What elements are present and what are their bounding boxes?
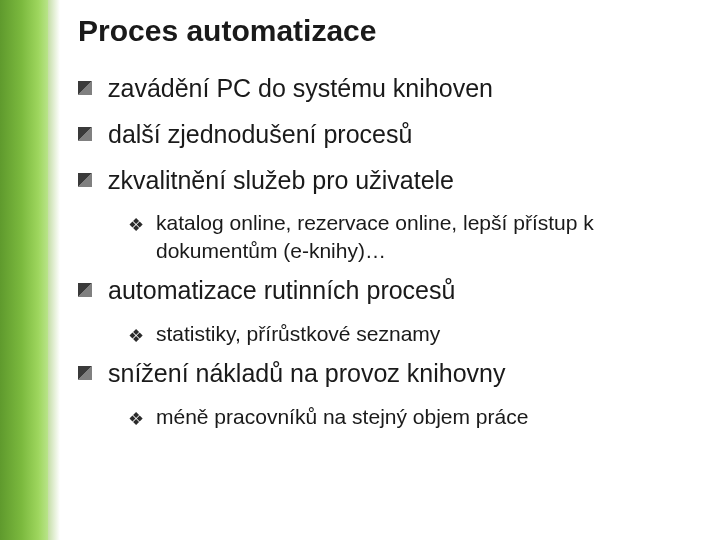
sub-list-item-text: katalog online, rezervace online, lepší … <box>156 209 704 264</box>
list-item: zavádění PC do systému knihoven <box>78 72 704 106</box>
slide-title: Proces automatizace <box>78 14 704 48</box>
sub-list-item: ❖ katalog online, rezervace online, lepš… <box>128 209 704 264</box>
sub-list-item: ❖ statistiky, přírůstkové seznamy <box>128 320 704 347</box>
list-item-text: zavádění PC do systému knihoven <box>108 72 493 106</box>
sub-list-item-text: statistiky, přírůstkové seznamy <box>156 320 440 347</box>
square-bullet-icon <box>78 173 92 187</box>
list-item: snížení nákladů na provoz knihovny <box>78 357 704 391</box>
square-bullet-icon <box>78 283 92 297</box>
sub-list-item: ❖ méně pracovníků na stejný objem práce <box>128 403 704 430</box>
diamond-bullet-icon: ❖ <box>128 323 144 345</box>
diamond-bullet-icon: ❖ <box>128 212 144 234</box>
square-bullet-icon <box>78 366 92 380</box>
list-item-text: automatizace rutinních procesů <box>108 274 455 308</box>
list-item: další zjednodušení procesů <box>78 118 704 152</box>
list-item-text: zkvalitnění služeb pro uživatele <box>108 164 454 198</box>
list-item: automatizace rutinních procesů <box>78 274 704 308</box>
square-bullet-icon <box>78 127 92 141</box>
sub-list-item-text: méně pracovníků na stejný objem práce <box>156 403 528 430</box>
slide-content: Proces automatizace zavádění PC do systé… <box>78 14 704 440</box>
list-item-text: snížení nákladů na provoz knihovny <box>108 357 505 391</box>
slide-sidebar-accent <box>0 0 48 540</box>
square-bullet-icon <box>78 81 92 95</box>
list-item: zkvalitnění služeb pro uživatele <box>78 164 704 198</box>
diamond-bullet-icon: ❖ <box>128 406 144 428</box>
list-item-text: další zjednodušení procesů <box>108 118 412 152</box>
